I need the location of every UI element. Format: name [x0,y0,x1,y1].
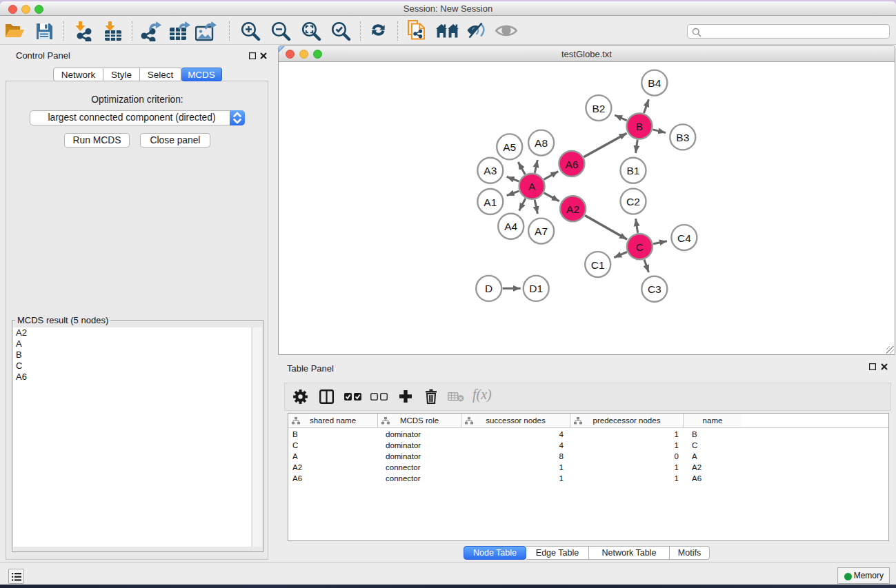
svg-text:A: A [528,181,536,192]
svg-text:A1: A1 [484,196,497,208]
svg-text:B2: B2 [592,103,605,114]
svg-text:B4: B4 [648,77,661,89]
svg-text:C4: C4 [677,232,691,244]
svg-text:D: D [485,283,492,294]
svg-text:A5: A5 [503,141,516,153]
svg-text:C2: C2 [626,196,640,207]
svg-text:B3: B3 [676,132,689,143]
svg-text:A8: A8 [535,137,548,149]
svg-text:A4: A4 [504,221,517,232]
svg-text:A6: A6 [565,159,578,170]
svg-text:D1: D1 [529,283,543,294]
svg-text:C3: C3 [648,283,661,295]
svg-text:C: C [636,241,644,253]
svg-text:C1: C1 [591,259,605,271]
svg-text:A7: A7 [535,225,548,237]
svg-text:A2: A2 [566,203,579,215]
svg-text:B: B [636,121,643,132]
svg-text:A3: A3 [484,165,497,176]
svg-text:B1: B1 [627,165,640,176]
